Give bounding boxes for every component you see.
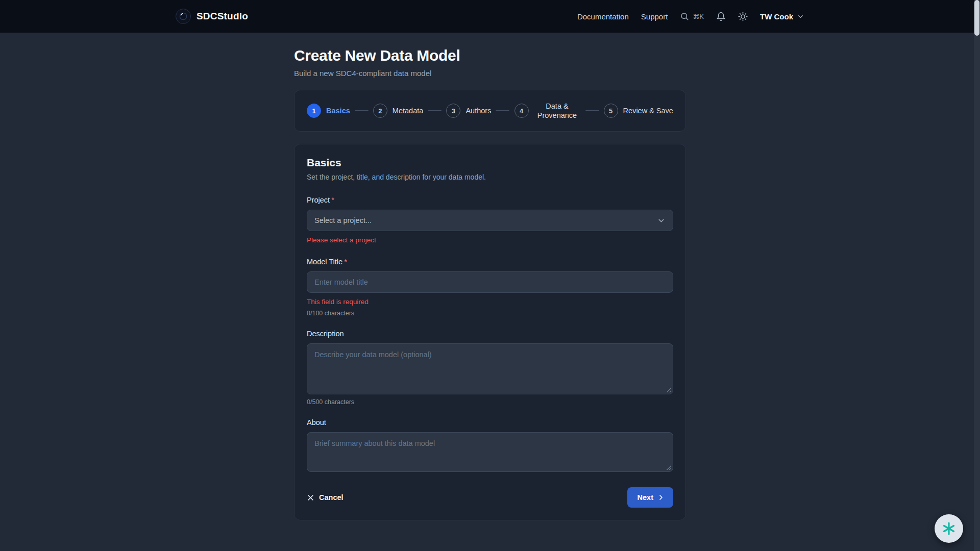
step-number: 3: [446, 104, 460, 118]
step-number: 2: [373, 104, 387, 118]
model-title-error: This field is required: [307, 298, 673, 306]
model-title-field-group: Model Title* This field is required 0/10…: [307, 257, 673, 317]
search-shortcut: ⌘K: [693, 13, 704, 20]
theme-toggle-button[interactable]: [738, 12, 748, 21]
nav-link-documentation[interactable]: Documentation: [577, 12, 629, 21]
notifications-button[interactable]: [716, 12, 726, 21]
about-textarea[interactable]: [307, 432, 673, 472]
bell-icon: [716, 12, 726, 21]
step-number: 4: [514, 104, 529, 118]
required-asterisk: *: [331, 196, 334, 204]
page-subtitle: Build a new SDC4-compliant data model: [294, 69, 686, 78]
scrollbar-thumb[interactable]: [974, 0, 979, 36]
step-label: Metadata: [393, 107, 423, 115]
cancel-button[interactable]: Cancel: [307, 493, 344, 502]
basics-form-card: Basics Set the project, title, and descr…: [294, 144, 686, 520]
search-button[interactable]: ⌘K: [680, 12, 704, 21]
project-select-value: Select a project...: [314, 216, 372, 224]
step-number: 1: [307, 104, 321, 118]
brand-name: SDCStudio: [197, 11, 248, 22]
chevron-down-icon: [797, 13, 804, 20]
sun-icon: [738, 12, 748, 21]
step-connector: [355, 110, 369, 111]
logo-icon: [176, 9, 191, 24]
project-error: Please select a project: [307, 236, 673, 244]
stepper-step-basics[interactable]: 1 Basics: [307, 104, 350, 118]
form-actions: Cancel Next: [307, 487, 673, 508]
model-title-counter: 0/100 characters: [307, 310, 673, 317]
asterisk-icon: [942, 521, 956, 536]
stepper-step-metadata[interactable]: 2 Metadata: [373, 104, 423, 118]
project-field-group: Project* Select a project... Please sele…: [307, 195, 673, 244]
step-label: Review & Save: [623, 107, 673, 115]
user-name: TW Cook: [760, 12, 793, 21]
project-label: Project*: [307, 196, 334, 204]
model-title-label: Model Title*: [307, 258, 347, 266]
model-title-input[interactable]: [307, 271, 673, 293]
description-field-group: Description 0/500 characters: [307, 329, 673, 406]
next-button[interactable]: Next: [627, 487, 673, 508]
step-label: Data & Provenance: [534, 102, 581, 120]
next-label: Next: [638, 493, 653, 502]
step-connector: [585, 110, 599, 111]
chevron-down-icon: [657, 216, 666, 225]
stepper-step-authors[interactable]: 3 Authors: [446, 104, 491, 118]
page-title: Create New Data Model: [294, 47, 686, 64]
project-select[interactable]: Select a project...: [307, 210, 673, 231]
step-number: 5: [604, 104, 618, 118]
brand[interactable]: SDCStudio: [176, 9, 248, 24]
step-connector: [496, 110, 509, 111]
step-label: Authors: [465, 107, 491, 115]
search-icon: [680, 12, 689, 21]
description-label: Description: [307, 330, 344, 338]
chevron-right-icon: [657, 493, 665, 502]
stepper-step-data-provenance[interactable]: 4 Data & Provenance: [514, 102, 581, 120]
description-textarea[interactable]: [307, 343, 673, 394]
description-counter: 0/500 characters: [307, 398, 673, 406]
form-heading: Basics: [307, 157, 673, 169]
about-label: About: [307, 418, 326, 427]
close-icon: [307, 494, 314, 502]
step-label: Basics: [326, 107, 350, 115]
step-connector: [428, 110, 442, 111]
cancel-label: Cancel: [319, 493, 344, 502]
about-field-group: About: [307, 418, 673, 472]
user-menu[interactable]: TW Cook: [760, 12, 804, 21]
stepper-step-review-save[interactable]: 5 Review & Save: [604, 104, 673, 118]
required-asterisk: *: [344, 258, 347, 266]
nav-link-support[interactable]: Support: [641, 12, 668, 21]
top-navbar: SDCStudio Documentation Support ⌘K: [0, 0, 980, 33]
chat-fab-button[interactable]: [935, 514, 963, 543]
wizard-stepper: 1 Basics 2 Metadata 3 Authors 4 Data & P…: [294, 90, 686, 132]
form-description: Set the project, title, and description …: [307, 173, 673, 181]
scrollbar-track[interactable]: [974, 0, 980, 551]
